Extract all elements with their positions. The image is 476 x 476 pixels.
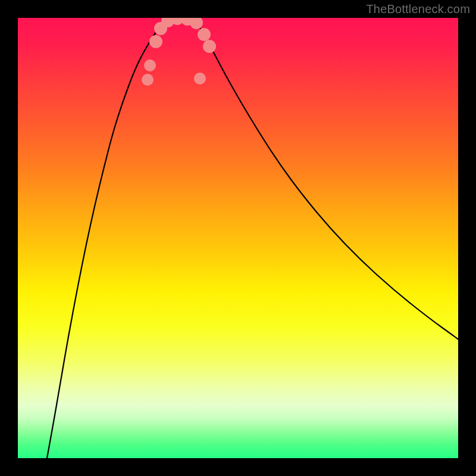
marker-dot-9 [203,40,216,53]
curve-right-curve [195,20,458,339]
marker-dot-8 [198,28,211,41]
chart-frame: TheBottleneck.com [0,0,476,476]
marker-dot-0 [142,74,154,86]
watermark-text: TheBottleneck.com [366,2,470,16]
curve-left-curve [47,20,165,458]
plot-area [18,18,458,458]
marker-dot-2 [149,35,162,48]
marker-dot-10 [194,73,206,84]
chart-svg [18,18,458,458]
valley-markers [142,18,216,86]
marker-dot-7 [190,18,203,29]
marker-dot-1 [144,60,156,71]
bottleneck-curves [47,18,458,458]
